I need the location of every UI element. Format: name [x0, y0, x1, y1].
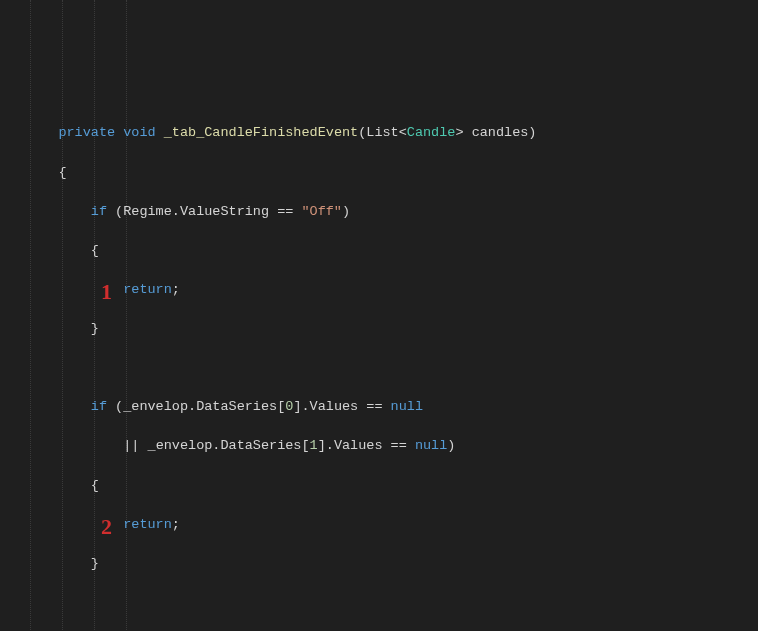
number: 1 — [310, 438, 318, 453]
code-line: if (_envelop.DataSeries[0].Values == nul… — [26, 397, 758, 417]
code-line: { — [26, 163, 758, 183]
code-line: } — [26, 554, 758, 574]
blank-line — [26, 358, 758, 378]
method-name: _tab_CandleFinishedEvent — [164, 125, 358, 140]
keyword: return — [123, 517, 172, 532]
keyword: private — [58, 125, 115, 140]
keyword: null — [391, 399, 423, 414]
annotation-1: 1 — [101, 276, 112, 308]
blank-line — [26, 593, 758, 613]
code-line: } — [26, 319, 758, 339]
keyword: null — [415, 438, 447, 453]
code-line: if (Regime.ValueString == "Off") — [26, 202, 758, 222]
string-literal: "Off" — [301, 204, 342, 219]
code-line: { — [26, 241, 758, 261]
code-line: { — [26, 476, 758, 496]
code-line: || _envelop.DataSeries[1].Values == null… — [26, 436, 758, 456]
keyword: return — [123, 282, 172, 297]
code-line: private void _tab_CandleFinishedEvent(Li… — [26, 123, 758, 143]
annotation-2: 2 — [101, 511, 112, 543]
keyword: void — [123, 125, 155, 140]
code-line: 2 return; — [26, 515, 758, 535]
code-line: 1 return; — [26, 280, 758, 300]
code-editor: private void _tab_CandleFinishedEvent(Li… — [0, 0, 758, 631]
keyword: if — [91, 204, 107, 219]
type: Candle — [407, 125, 456, 140]
keyword: if — [91, 399, 107, 414]
